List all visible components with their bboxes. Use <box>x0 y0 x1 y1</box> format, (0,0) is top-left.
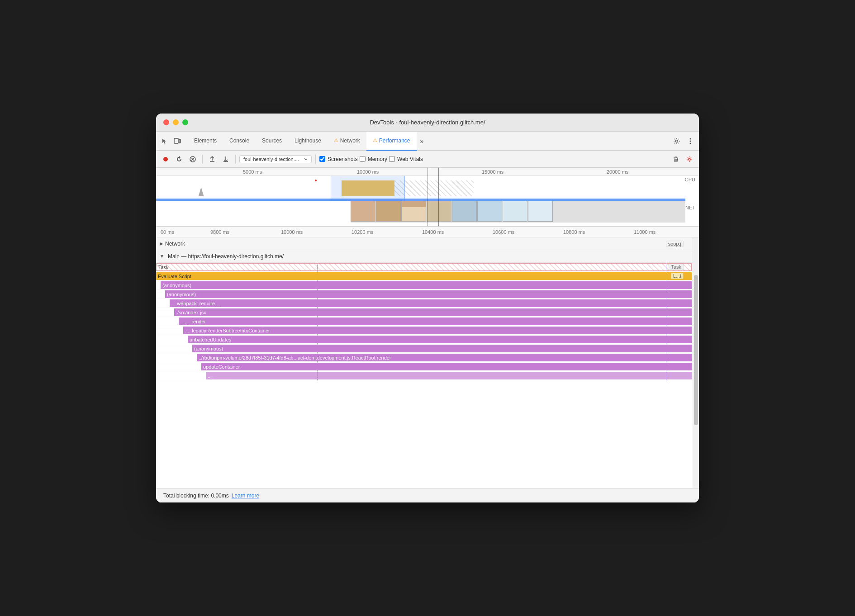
screenshots-checkbox-input[interactable] <box>319 156 325 162</box>
anon-block-1[interactable]: (anonymous) <box>161 281 692 289</box>
tab-console[interactable]: Console <box>223 132 256 151</box>
tab-lighthouse[interactable]: Lighthouse <box>288 132 328 151</box>
svg-rect-1 <box>179 139 180 143</box>
screenshots-checkbox[interactable]: Screenshots <box>319 156 358 162</box>
tab-elements[interactable]: Elements <box>188 132 223 151</box>
settings-icon[interactable] <box>672 136 682 146</box>
svg-rect-0 <box>174 138 178 143</box>
network-section-header[interactable]: ▶ Network soop.j <box>156 237 693 250</box>
scrollbar[interactable] <box>693 237 699 488</box>
toolbar-divider-2 <box>235 155 236 164</box>
svg-point-4 <box>690 140 691 142</box>
anon-block-2[interactable]: (anonymous) <box>165 290 692 298</box>
detail-mark-10600: 10600 ms <box>493 229 514 235</box>
detail-mark-10000: 10000 ms <box>281 229 303 235</box>
flame-chart-area[interactable]: ▶ Network soop.j ▼ Main — https://foul-h… <box>156 237 693 488</box>
toolbar-divider-3 <box>315 155 316 164</box>
timeline-overview[interactable]: 5000 ms 10000 ms 15000 ms 20000 ms CPU <box>156 168 699 227</box>
flame-row-anon-2: (anonymous) <box>156 290 693 299</box>
evaluate-right-label: L...t <box>671 273 684 279</box>
maximize-button[interactable] <box>182 119 188 125</box>
svg-point-10 <box>689 158 690 160</box>
flame-row-evaluate: Evaluate Script L...t <box>156 272 693 281</box>
render-block[interactable]: _..._ render <box>179 317 692 325</box>
scrollbar-thumb[interactable] <box>694 275 698 425</box>
screenshot-thumb-4 <box>427 201 451 222</box>
unbatched-block[interactable]: unbatchedUpdates <box>188 336 692 343</box>
delete-profile-button[interactable] <box>670 153 682 165</box>
evaluate-block[interactable]: Evaluate Script <box>156 272 692 280</box>
detail-ruler: 00 ms 9800 ms 10000 ms 10200 ms 10400 ms… <box>156 227 699 237</box>
flame-row-rbd: ../rbd/pnpm-volume/28d7f85f-31d7-4fd8-ab… <box>156 353 693 362</box>
record-button[interactable] <box>160 153 171 165</box>
net-label: NET <box>685 205 695 210</box>
screenshot-thumb-5 <box>452 201 477 222</box>
screenshot-thumb-2 <box>376 201 401 222</box>
blocking-time-text: Total blocking time: 0.00ms <box>163 493 229 499</box>
tab-sources[interactable]: Sources <box>256 132 288 151</box>
tab-performance[interactable]: ⚠ Performance <box>366 132 417 151</box>
detail-mark-11000: 11000 ms <box>634 229 656 235</box>
network-expand-icon[interactable]: ▶ <box>160 241 163 246</box>
ruler-mark-10000: 10000 ms <box>357 169 379 175</box>
svg-point-6 <box>163 157 168 161</box>
svg-point-3 <box>690 138 691 139</box>
reload-record-button[interactable] <box>173 153 185 165</box>
tab-network[interactable]: ⚠ Network <box>328 132 366 151</box>
webpack-block[interactable]: __webpack_require__ <box>170 299 692 307</box>
rbd-block[interactable]: ../rbd/pnpm-volume/28d7f85f-31d7-4fd8-ab… <box>197 354 692 361</box>
detail-mark-10400: 10400 ms <box>422 229 444 235</box>
performance-settings-button[interactable] <box>684 153 695 165</box>
devtools-window: DevTools - foul-heavenly-direction.glitc… <box>156 114 699 502</box>
more-tabs-button[interactable]: » <box>417 137 428 145</box>
network-label: Network <box>165 241 185 247</box>
flame-row-src: ./src/index.jsx <box>156 308 693 317</box>
detail-mark-10800: 10800 ms <box>563 229 585 235</box>
detail-mark-9800: 9800 ms <box>210 229 229 235</box>
src-block[interactable]: ./src/index.jsx <box>174 308 692 316</box>
screenshot-thumb-3 <box>401 201 426 222</box>
learn-more-link[interactable]: Learn more <box>232 493 259 499</box>
flame-row-task: Task Task <box>156 263 693 272</box>
legacy-block[interactable]: .... legacyRenderSubtreeIntoContainer <box>183 327 692 334</box>
flame-row-anon-3: (anonymous) <box>156 344 693 353</box>
download-button[interactable] <box>220 153 232 165</box>
screenshot-thumb-1 <box>351 201 375 222</box>
update-block[interactable]: updateContainer <box>201 363 692 370</box>
performance-warn-icon: ⚠ <box>373 137 377 143</box>
timeline-vline-1 <box>428 168 428 227</box>
status-bar: Total blocking time: 0.00ms Learn more <box>156 488 699 502</box>
collapse-icon[interactable]: ▼ <box>160 254 164 259</box>
flame-row-update: updateContainer <box>156 362 693 371</box>
memory-checkbox[interactable]: Memory <box>360 156 387 162</box>
web-vitals-checkbox[interactable]: Web Vitals <box>389 156 423 162</box>
close-button[interactable] <box>163 119 169 125</box>
network-file-label: soop.j <box>666 241 684 247</box>
last-block[interactable]: ... <box>206 372 692 379</box>
flame-row-webpack: __webpack_require__ <box>156 299 693 308</box>
screenshot-thumb-8 <box>528 201 553 222</box>
detail-mark-00: 00 ms <box>161 229 174 235</box>
title-bar: DevTools - foul-heavenly-direction.glitc… <box>156 114 699 132</box>
svg-point-5 <box>690 142 691 144</box>
anon-block-3[interactable]: (anonymous) <box>192 345 692 352</box>
tab-bar-icons <box>160 136 182 146</box>
chevron-down-icon <box>304 157 308 161</box>
toolbar-divider-1 <box>202 155 203 164</box>
device-toggle-icon[interactable] <box>172 136 182 146</box>
flame-row-legacy: .... legacyRenderSubtreeIntoContainer <box>156 326 693 335</box>
cpu-label: CPU <box>685 177 695 182</box>
web-vitals-checkbox-input[interactable] <box>389 156 395 162</box>
flame-chart-rows: Task Task Evaluate Script L...t <box>156 263 693 380</box>
toolbar-right <box>670 153 695 165</box>
cursor-icon[interactable] <box>160 136 170 146</box>
url-selector[interactable]: foul-heavenly-direction.... <box>239 155 312 163</box>
main-thread-header[interactable]: ▼ Main — https://foul-heavenly-direction… <box>156 250 693 263</box>
clear-button[interactable] <box>187 153 199 165</box>
upload-button[interactable] <box>206 153 218 165</box>
screenshot-thumb-7 <box>503 201 527 222</box>
minimize-button[interactable] <box>173 119 179 125</box>
memory-checkbox-input[interactable] <box>360 156 366 162</box>
task-block[interactable]: Task <box>156 263 692 271</box>
more-options-icon[interactable] <box>685 136 695 146</box>
